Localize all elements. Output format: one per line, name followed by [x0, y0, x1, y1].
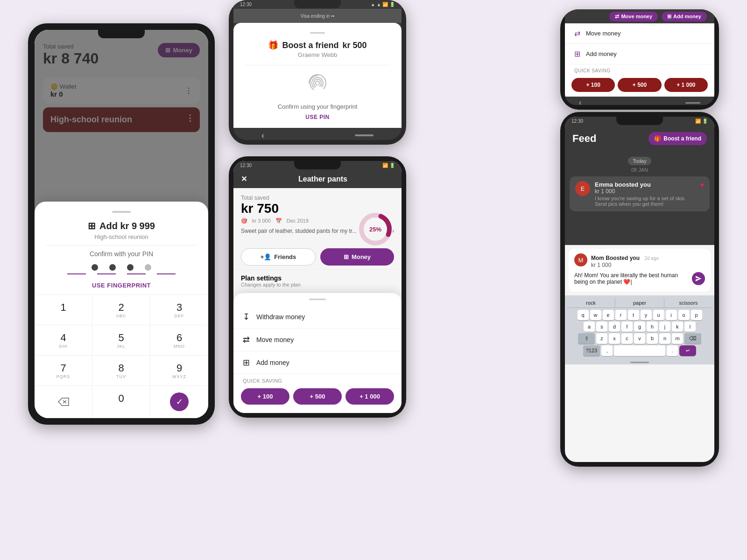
notch-6 — [616, 117, 663, 125]
boost-divider — [245, 65, 390, 65]
boost-icon: 🎁 — [268, 40, 278, 50]
friends-button[interactable]: +👤 Friends — [241, 248, 316, 266]
key-n[interactable]: n — [659, 333, 670, 344]
key-w[interactable]: w — [590, 310, 601, 320]
keyboard-row-4: ?123 , . ↵ — [567, 345, 712, 356]
keyboard: rock paper scissors q w e r t y u i o p … — [565, 295, 714, 360]
money-icon: ⊞ — [344, 253, 349, 260]
underline-2 — [97, 273, 116, 274]
key-h[interactable]: h — [647, 322, 658, 332]
home-bar-6 — [630, 362, 649, 363]
notch-2 — [294, 0, 341, 8]
use-fingerprint-button[interactable]: USE FINGERPRINT — [35, 282, 208, 289]
key-p[interactable]: p — [691, 310, 702, 320]
key-r[interactable]: r — [615, 310, 627, 320]
boost-modal: 🎁 Boost a friend kr 500 Graeme Webb — [233, 23, 402, 128]
add-money-menu[interactable]: ⊞ Add money — [565, 44, 714, 64]
key-q[interactable]: q — [578, 310, 589, 320]
emma-desc: I know you're saving up for a set of ski… — [595, 196, 696, 207]
bottom-nav-5: ‹ — [565, 97, 714, 105]
key-backspace[interactable] — [35, 386, 92, 418]
key-8[interactable]: 8TUV — [92, 356, 150, 386]
key-9[interactable]: 9WXYZ — [150, 356, 208, 386]
key-comma[interactable]: , — [601, 345, 613, 356]
key-a[interactable]: a — [584, 322, 595, 332]
key-123[interactable]: ?123 — [583, 345, 600, 356]
key-period[interactable]: . — [667, 345, 678, 356]
phone-5-menu: ⇄ Move money ⊞ Add money QUICK SAVING + … — [565, 23, 714, 97]
fingerprint-icon — [306, 72, 329, 98]
key-l[interactable]: l — [684, 322, 696, 332]
notch-4 — [294, 161, 341, 169]
key-c[interactable]: c — [621, 333, 633, 344]
pin-dot-4 — [145, 264, 151, 271]
right-quick-500[interactable]: + 500 — [618, 78, 661, 92]
key-keyboard-backspace[interactable]: ⌫ — [684, 333, 701, 344]
key-j[interactable]: j — [659, 322, 670, 332]
key-5[interactable]: 5JKL — [92, 325, 150, 356]
key-shift[interactable]: ⇧ — [578, 333, 595, 344]
move-money-top-btn[interactable]: ⇄ Move money — [609, 12, 658, 21]
key-i[interactable]: i — [666, 310, 677, 320]
key-t[interactable]: t — [628, 310, 639, 320]
phone-5: ⇄ Move money ⊞ Add money ⇄ Move money ⊞ … — [560, 9, 719, 110]
boost-friend-button[interactable]: 🎁 Boost a friend — [648, 132, 707, 145]
send-button[interactable] — [692, 272, 705, 285]
key-4[interactable]: 4GHI — [35, 325, 92, 356]
quick-1000-btn[interactable]: + 1 000 — [345, 388, 394, 405]
key-g[interactable]: g — [634, 322, 645, 332]
key-0[interactable]: 0 — [92, 386, 150, 418]
key-1[interactable]: 1 — [35, 295, 92, 325]
keyboard-row-2: a s d f g h j k l — [567, 322, 712, 332]
send-icon — [695, 275, 702, 282]
date-label: 08 JAN — [570, 167, 710, 173]
boost-icon: 🎁 — [654, 135, 661, 142]
key-x[interactable]: x — [609, 333, 620, 344]
add-money-top-btn[interactable]: ⊞ Add money — [662, 12, 707, 21]
key-m[interactable]: m — [672, 333, 683, 344]
quick-100-btn[interactable]: + 100 — [241, 388, 289, 405]
key-s[interactable]: s — [596, 322, 607, 332]
key-e[interactable]: e — [603, 310, 614, 320]
key-enter[interactable]: ↵ — [679, 345, 696, 356]
cal-icon: 📅 — [275, 218, 282, 224]
key-z[interactable]: z — [596, 333, 607, 344]
underline-1 — [67, 273, 86, 274]
back-arrow-5[interactable]: ‹ — [579, 98, 581, 105]
move-money-item[interactable]: ⇄ Move money — [233, 329, 402, 351]
right-quick-100[interactable]: + 100 — [571, 78, 615, 92]
chat-message: Ah! Mom! You are literally the best huma… — [574, 272, 688, 285]
key-v[interactable]: v — [634, 333, 645, 344]
key-y[interactable]: y — [641, 310, 652, 320]
key-2[interactable]: 2ABC — [92, 295, 150, 325]
suggest-paper[interactable]: paper — [615, 298, 664, 308]
withdraw-item[interactable]: ↧ Withdraw money — [233, 306, 402, 329]
key-d[interactable]: d — [609, 322, 620, 332]
chat-time: 2d ago — [644, 256, 659, 261]
right-quick-1000[interactable]: + 1 000 — [664, 78, 708, 92]
suggest-rock[interactable]: rock — [567, 298, 615, 308]
key-f[interactable]: f — [621, 322, 633, 332]
key-space[interactable] — [614, 345, 665, 356]
use-pin-button[interactable]: USE PIN — [305, 114, 330, 120]
quick-buttons: + 100 + 500 + 1 000 — [233, 385, 402, 409]
keyboard-suggestions: rock paper scissors — [567, 298, 712, 308]
move-money-menu[interactable]: ⇄ Move money — [565, 23, 714, 44]
key-o[interactable]: o — [678, 310, 690, 320]
confirm-fingerprint-text: Confirm using your fingerprint — [278, 103, 358, 110]
key-u[interactable]: u — [653, 310, 664, 320]
key-confirm[interactable]: ✓ — [150, 386, 208, 418]
key-b[interactable]: b — [647, 333, 658, 344]
back-arrow[interactable]: ‹ — [261, 131, 264, 140]
key-3[interactable]: 3DEF — [150, 295, 208, 325]
suggest-scissors[interactable]: scissors — [664, 298, 712, 308]
money-button[interactable]: ⊞ Money — [320, 248, 394, 266]
add-money-item[interactable]: ⊞ Add money — [233, 351, 402, 374]
quick-500-btn[interactable]: + 500 — [293, 388, 342, 405]
key-7[interactable]: 7PQRS — [35, 356, 92, 386]
key-6[interactable]: 6MNO — [150, 325, 208, 356]
goal-date: Dec 2019 — [287, 218, 309, 224]
key-k[interactable]: k — [672, 322, 683, 332]
chat-area: M Mom Boosted you 2d ago kr 1 000 Ah! Mo… — [569, 249, 711, 292]
close-icon[interactable]: ✕ — [241, 175, 247, 183]
